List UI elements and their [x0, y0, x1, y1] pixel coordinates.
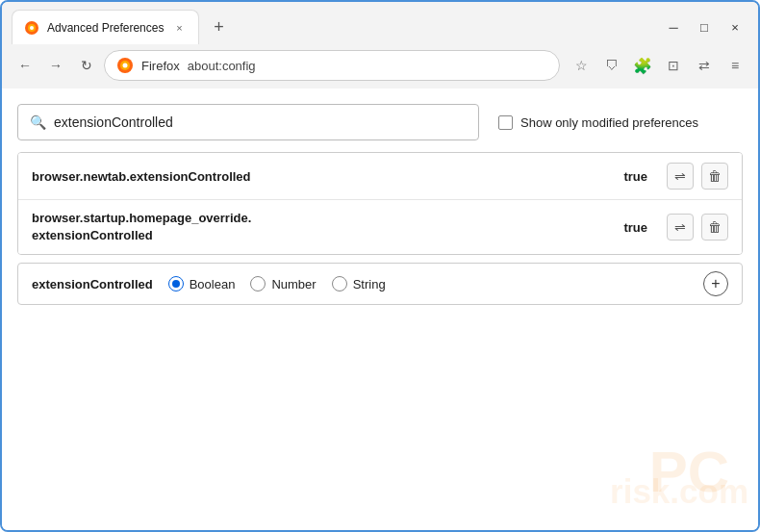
- minimize-button[interactable]: ─: [660, 13, 687, 40]
- number-radio[interactable]: [250, 276, 266, 291]
- string-radio[interactable]: [332, 276, 347, 291]
- pocket-icon: ⊡: [668, 58, 679, 73]
- browser-tab[interactable]: Advanced Preferences ×: [12, 10, 199, 44]
- number-radio-label[interactable]: Number: [250, 276, 316, 291]
- toggle-icon-1: ⇌: [674, 168, 686, 184]
- firefox-logo-icon: [116, 57, 134, 74]
- string-radio-label[interactable]: String: [332, 276, 386, 291]
- address-text: about:config: [188, 59, 256, 73]
- show-modified-label[interactable]: Show only modified preferences: [498, 115, 698, 130]
- toggle-icon-2: ⇌: [674, 219, 686, 235]
- search-row: 🔍 Show only modified preferences: [17, 104, 743, 140]
- extension-button[interactable]: 🧩: [629, 52, 656, 79]
- tab-title: Advanced Preferences: [47, 21, 164, 35]
- delete-button-1[interactable]: 🗑: [701, 163, 728, 190]
- new-pref-name: extensionControlled: [32, 277, 153, 291]
- delete-button-2[interactable]: 🗑: [701, 214, 728, 241]
- navigation-bar: ← → ↻ Firefox about:config ☆ ⛉ 🧩: [2, 46, 758, 89]
- shield-icon: ⛉: [605, 58, 619, 73]
- new-tab-button[interactable]: +: [205, 13, 232, 40]
- boolean-radio-label[interactable]: Boolean: [168, 276, 236, 291]
- address-bar[interactable]: Firefox about:config: [104, 50, 560, 81]
- watermark2: risk.com: [610, 472, 748, 511]
- extension-icon: 🧩: [633, 57, 652, 75]
- close-button[interactable]: ×: [722, 13, 748, 40]
- back-icon: ←: [18, 58, 32, 73]
- trash-icon-1: 🗑: [708, 168, 722, 184]
- sync-icon: ⇄: [698, 58, 710, 73]
- toolbar-icons: ☆ ⛉ 🧩 ⊡ ⇄ ≡: [568, 52, 748, 79]
- svg-point-5: [123, 63, 128, 68]
- firefox-favicon-icon: [24, 20, 39, 36]
- forward-icon: →: [49, 58, 63, 73]
- boolean-label: Boolean: [190, 277, 236, 291]
- table-row: browser.newtab.extensionControlled true …: [18, 153, 742, 200]
- row-actions-1: ⇌ 🗑: [667, 163, 728, 190]
- show-modified-checkbox[interactable]: [498, 115, 513, 130]
- watermark: PC: [649, 443, 729, 501]
- reload-button[interactable]: ↻: [73, 52, 100, 79]
- search-bar[interactable]: 🔍: [17, 104, 479, 140]
- forward-button[interactable]: →: [42, 52, 69, 79]
- pref-name-2: browser.startup.homepage_override. exten…: [32, 210, 623, 244]
- back-button[interactable]: ←: [12, 52, 38, 79]
- results-table: browser.newtab.extensionControlled true …: [17, 152, 743, 255]
- bookmark-button[interactable]: ☆: [568, 52, 595, 79]
- bookmark-icon: ☆: [575, 58, 588, 73]
- hamburger-icon: ≡: [731, 58, 739, 73]
- window-controls: ─ □ ×: [660, 13, 748, 40]
- trash-icon-2: 🗑: [708, 219, 722, 235]
- menu-button[interactable]: ≡: [722, 52, 748, 79]
- search-icon: 🔍: [30, 114, 46, 130]
- number-label: Number: [271, 277, 316, 291]
- pref-value-1: true: [623, 169, 647, 184]
- string-label: String: [353, 277, 386, 291]
- pocket-button[interactable]: ⊡: [660, 52, 687, 79]
- search-input[interactable]: [54, 114, 467, 130]
- table-row: browser.startup.homepage_override. exten…: [18, 200, 742, 254]
- add-preference-row: extensionControlled Boolean Number Strin…: [17, 263, 743, 305]
- sync-button[interactable]: ⇄: [691, 52, 718, 79]
- pref-name-1: browser.newtab.extensionControlled: [32, 169, 623, 184]
- row-actions-2: ⇌ 🗑: [667, 214, 728, 241]
- svg-point-2: [30, 26, 34, 30]
- type-radio-group: Boolean Number String: [168, 276, 386, 291]
- reload-icon: ↻: [81, 58, 92, 73]
- pref-value-2: true: [623, 220, 647, 235]
- show-modified-text: Show only modified preferences: [520, 115, 698, 130]
- add-preference-button[interactable]: +: [703, 271, 728, 296]
- firefox-label: Firefox: [141, 59, 180, 73]
- toggle-button-1[interactable]: ⇌: [667, 163, 694, 190]
- title-bar: Advanced Preferences × + ─ □ ×: [2, 2, 758, 46]
- tab-close-button[interactable]: ×: [171, 20, 187, 36]
- shield-button[interactable]: ⛉: [598, 52, 625, 79]
- page-content: 🔍 Show only modified preferences browser…: [2, 89, 758, 530]
- maximize-button[interactable]: □: [691, 13, 718, 40]
- boolean-radio[interactable]: [168, 276, 184, 291]
- toggle-button-2[interactable]: ⇌: [667, 214, 694, 241]
